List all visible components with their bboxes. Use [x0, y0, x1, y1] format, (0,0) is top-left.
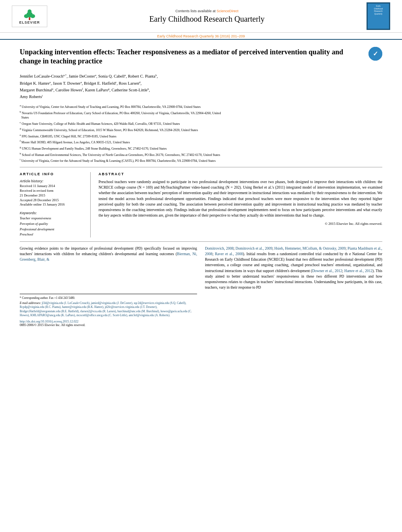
abstract-col: ABSTRACT Preschool teachers were randoml…	[99, 172, 382, 237]
author-hamre: Bridget K. Hamrea, Jason T. Downera, Bri…	[20, 81, 141, 85]
authors-section: Jennifer LoCasale-Croucha,*, Jamie DeCos…	[20, 73, 382, 100]
svg-text:✓: ✓	[373, 50, 378, 57]
elsevier-logo-area: ELSEVIER	[12, 6, 55, 27]
hamre-2012-citation[interactable]: Hamre et al., 2012	[344, 269, 372, 273]
article-title: Unpacking intervention effects: Teacher …	[20, 46, 382, 66]
crossmark-badge[interactable]: ✓	[368, 47, 382, 61]
article-info-header: ARTICLE INFO	[20, 172, 84, 176]
body-section: Growing evidence points to the importanc…	[20, 246, 382, 327]
domitrovich-2008-citation[interactable]: Domitrovich, 2008	[205, 247, 233, 250]
bierman-citation[interactable]: Bierman, Ni, Greenberg, Blair, &	[20, 252, 197, 261]
affiliation-i: i University of Virginia, Center for the…	[20, 158, 382, 163]
downer-2012-citation[interactable]: Downer et al., 2012	[312, 269, 342, 273]
elsevier-tree-logo	[16, 8, 43, 20]
available-date: Available online 15 January 2016	[20, 202, 84, 207]
svg-rect-0	[29, 17, 30, 20]
affiliation-a: a University of Virginia, Center for Adv…	[20, 104, 382, 109]
accepted-date: Accepted 28 December 2015	[20, 198, 84, 203]
title-section: ✓ Unpacking intervention effects: Teache…	[20, 46, 382, 70]
affiliation-b: b Novartis US Foundation Professor of Ed…	[20, 110, 382, 120]
affiliation-f: f Moore Hall 3039D, 405 Hilgard Avenue, …	[20, 139, 382, 145]
author-roberts: Amy Robertsi	[20, 95, 43, 99]
author-burchinal: Margaret Burchinale, Carollee Howesf, Ka…	[20, 88, 150, 92]
journal-header: ELSEVIER Contents lists available at Sci…	[0, 0, 402, 33]
affiliation-d: d Virginia Commonwealth University, Scho…	[20, 127, 382, 133]
affiliation-e: e FPG Institute, CB#8185, UNC Chapel Hil…	[20, 133, 382, 139]
received-date: Received 11 January 2014	[20, 184, 84, 189]
corresponding-note: * Corresponding author. Fax +1 434 243 5…	[20, 296, 197, 300]
crossmark-icon[interactable]: ✓	[368, 47, 382, 61]
svg-point-3	[30, 14, 35, 18]
body-right-col: Domitrovich, 2008; Domitrovich et al., 2…	[205, 246, 382, 327]
svg-point-2	[24, 14, 29, 18]
sciencedirect-text: Contents lists available at	[175, 9, 216, 13]
email-links[interactable]: jl3d@virginia.edu (J. LoCasale-Crouch), …	[20, 301, 192, 317]
body-right-text: Domitrovich, 2008; Domitrovich et al., 2…	[205, 246, 382, 291]
body-left-col: Growing evidence points to the importanc…	[20, 246, 197, 327]
journal-cover-thumbnail: EarlyChildhoodResearchQuarterly	[367, 2, 390, 30]
journal-cover-text: EarlyChildhoodResearchQuarterly	[374, 5, 383, 15]
author-locasale-crouch: Jennifer LoCasale-Croucha,*, Jamie DeCos…	[20, 74, 158, 78]
info-abstract-section: ARTICLE INFO Article history: Received 1…	[20, 172, 382, 237]
svg-point-4	[28, 9, 32, 13]
learning-word: learning	[146, 252, 158, 256]
affiliation-g: g UNCG Human Development and Family Stud…	[20, 145, 382, 151]
received-revised-date: 21 December 2015	[20, 193, 84, 198]
doi-line[interactable]: http://dx.doi.org/10.1016/j.ecresq.2015.…	[20, 320, 197, 323]
section-divider	[20, 241, 382, 242]
keyword-1: Teacher responsiveness	[20, 216, 84, 221]
elsevier-wordmark: ELSEVIER	[19, 20, 40, 24]
keyword-4: Preschool	[20, 232, 84, 237]
elsevier-logo: ELSEVIER	[12, 6, 47, 27]
journal-id-line: Early Childhood Research Quarterly 36 (2…	[0, 33, 402, 40]
keyword-3: Professional development	[20, 227, 84, 232]
email-note: E-mail addresses: jl3d@virginia.edu (J. …	[20, 301, 197, 318]
footnotes-section: * Corresponding author. Fax +1 434 243 5…	[20, 294, 197, 327]
issn-line: 0885-2006/© 2015 Elsevier Inc. All right…	[20, 323, 197, 327]
journal-cover-inner: EarlyChildhoodResearchQuarterly	[368, 4, 389, 29]
page: ELSEVIER Contents lists available at Sci…	[0, 0, 402, 532]
abstract-text: Preschool teachers were randomly assigne…	[99, 179, 382, 219]
sciencedirect-link[interactable]: ScienceDirect	[217, 9, 239, 13]
affiliation-h: h School of Human and Environmental Scie…	[20, 152, 382, 158]
hsieh-citation[interactable]: Hsieh, Hemmeter, MCollum, & Ostrosky, 20…	[274, 247, 346, 250]
article-info-col: ARTICLE INFO Article history: Received 1…	[20, 172, 91, 237]
history-label: Article history:	[20, 179, 84, 183]
journal-cover-area: EarlyChildhoodResearchQuarterly	[359, 2, 390, 30]
affiliation-c: c Oregon State University, College of Pu…	[20, 120, 382, 126]
sciencedirect-line: Contents lists available at ScienceDirec…	[55, 9, 359, 13]
keywords-label: Keywords:	[20, 211, 84, 215]
article-content: ✓ Unpacking intervention effects: Teache…	[0, 40, 402, 333]
journal-title-area: Contents lists available at ScienceDirec…	[55, 9, 359, 24]
raver-citation[interactable]: Raver et al., 2008	[215, 252, 243, 256]
keyword-2: Perception of quality	[20, 221, 84, 227]
affiliations-section: a University of Virginia, Center for Adv…	[20, 104, 382, 167]
received-revised-label: Received in revised form	[20, 189, 84, 193]
abstract-header: ABSTRACT	[99, 172, 382, 176]
domitrovich-2009-citation[interactable]: Domitrovich et al., 2009	[236, 247, 272, 250]
journal-name: Early Childhood Research Quarterly	[55, 15, 359, 24]
email-intro: E-mail addresses:	[20, 301, 42, 305]
keywords-section: Keywords: Teacher responsiveness Percept…	[20, 211, 84, 237]
body-left-text: Growing evidence points to the importanc…	[20, 246, 197, 263]
copyright-line: © 2015 Elsevier Inc. All rights reserved…	[99, 222, 382, 226]
